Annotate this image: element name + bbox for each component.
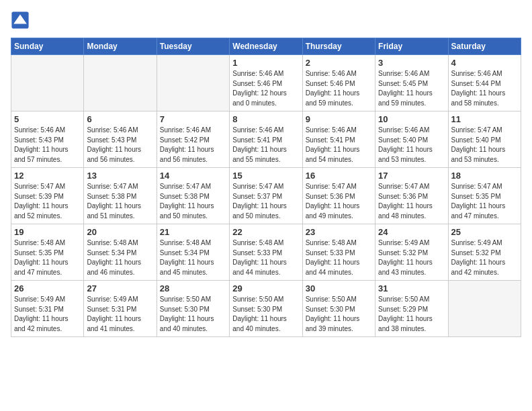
day-cell: 13Sunrise: 5:47 AMSunset: 5:38 PMDayligh… xyxy=(84,168,157,224)
day-number: 28 xyxy=(160,283,226,293)
day-info: Sunrise: 5:48 AMSunset: 5:35 PMDaylight:… xyxy=(14,238,81,277)
day-number: 13 xyxy=(87,171,153,181)
day-info: Sunrise: 5:48 AMSunset: 5:34 PMDaylight:… xyxy=(160,238,226,277)
day-number: 31 xyxy=(378,283,445,293)
col-header-monday: Monday xyxy=(84,38,157,55)
day-number: 10 xyxy=(378,114,445,124)
day-cell: 6Sunrise: 5:46 AMSunset: 5:43 PMDaylight… xyxy=(84,111,157,168)
day-number: 1 xyxy=(232,58,299,68)
day-cell: 20Sunrise: 5:48 AMSunset: 5:34 PMDayligh… xyxy=(84,224,157,281)
day-number: 9 xyxy=(306,114,372,124)
day-info: Sunrise: 5:47 AMSunset: 5:39 PMDaylight:… xyxy=(14,182,81,221)
day-info: Sunrise: 5:46 AMSunset: 5:43 PMDaylight:… xyxy=(14,126,81,165)
day-info: Sunrise: 5:47 AMSunset: 5:38 PMDaylight:… xyxy=(87,182,153,221)
day-info: Sunrise: 5:50 AMSunset: 5:30 PMDaylight:… xyxy=(160,295,226,334)
col-header-friday: Friday xyxy=(375,38,448,55)
day-cell: 9Sunrise: 5:46 AMSunset: 5:41 PMDaylight… xyxy=(302,111,375,168)
day-cell: 23Sunrise: 5:48 AMSunset: 5:33 PMDayligh… xyxy=(302,224,375,281)
day-cell: 1Sunrise: 5:46 AMSunset: 5:46 PMDaylight… xyxy=(230,55,302,111)
day-info: Sunrise: 5:50 AMSunset: 5:30 PMDaylight:… xyxy=(232,295,299,334)
day-cell: 3Sunrise: 5:46 AMSunset: 5:45 PMDaylight… xyxy=(375,55,448,111)
day-number: 16 xyxy=(306,171,372,181)
day-cell: 28Sunrise: 5:50 AMSunset: 5:30 PMDayligh… xyxy=(157,281,229,337)
day-info: Sunrise: 5:50 AMSunset: 5:30 PMDaylight:… xyxy=(306,295,372,334)
week-row-2: 12Sunrise: 5:47 AMSunset: 5:39 PMDayligh… xyxy=(11,168,521,224)
day-number: 27 xyxy=(87,283,153,293)
day-cell: 16Sunrise: 5:47 AMSunset: 5:36 PMDayligh… xyxy=(302,168,375,224)
day-cell: 24Sunrise: 5:49 AMSunset: 5:32 PMDayligh… xyxy=(375,224,448,281)
day-cell: 27Sunrise: 5:49 AMSunset: 5:31 PMDayligh… xyxy=(84,281,157,337)
day-info: Sunrise: 5:46 AMSunset: 5:46 PMDaylight:… xyxy=(232,69,299,108)
day-cell xyxy=(157,55,229,111)
day-number: 19 xyxy=(14,227,81,237)
day-info: Sunrise: 5:46 AMSunset: 5:41 PMDaylight:… xyxy=(306,126,372,165)
day-info: Sunrise: 5:49 AMSunset: 5:32 PMDaylight:… xyxy=(451,238,518,277)
day-number: 23 xyxy=(306,227,372,237)
day-info: Sunrise: 5:48 AMSunset: 5:34 PMDaylight:… xyxy=(87,238,153,277)
day-cell: 2Sunrise: 5:46 AMSunset: 5:46 PMDaylight… xyxy=(302,55,375,111)
day-info: Sunrise: 5:47 AMSunset: 5:35 PMDaylight:… xyxy=(451,182,518,221)
day-number: 14 xyxy=(160,171,226,181)
day-info: Sunrise: 5:49 AMSunset: 5:32 PMDaylight:… xyxy=(378,238,445,277)
logo-icon xyxy=(11,11,30,30)
day-number: 26 xyxy=(14,283,81,293)
page-header xyxy=(11,11,521,30)
week-row-1: 5Sunrise: 5:46 AMSunset: 5:43 PMDaylight… xyxy=(11,111,521,168)
day-cell: 18Sunrise: 5:47 AMSunset: 5:35 PMDayligh… xyxy=(448,168,521,224)
week-row-3: 19Sunrise: 5:48 AMSunset: 5:35 PMDayligh… xyxy=(11,224,521,281)
day-info: Sunrise: 5:50 AMSunset: 5:29 PMDaylight:… xyxy=(378,295,445,334)
day-number: 30 xyxy=(306,283,372,293)
day-info: Sunrise: 5:46 AMSunset: 5:46 PMDaylight:… xyxy=(306,69,372,108)
logo xyxy=(11,11,32,30)
day-cell: 30Sunrise: 5:50 AMSunset: 5:30 PMDayligh… xyxy=(302,281,375,337)
day-info: Sunrise: 5:46 AMSunset: 5:40 PMDaylight:… xyxy=(378,126,445,165)
day-cell: 7Sunrise: 5:46 AMSunset: 5:42 PMDaylight… xyxy=(157,111,229,168)
day-number: 22 xyxy=(232,227,299,237)
day-info: Sunrise: 5:46 AMSunset: 5:44 PMDaylight:… xyxy=(451,69,518,108)
day-info: Sunrise: 5:48 AMSunset: 5:33 PMDaylight:… xyxy=(306,238,372,277)
calendar-table: SundayMondayTuesdayWednesdayThursdayFrid… xyxy=(11,38,521,337)
day-number: 17 xyxy=(378,171,445,181)
day-cell: 29Sunrise: 5:50 AMSunset: 5:30 PMDayligh… xyxy=(230,281,302,337)
col-header-saturday: Saturday xyxy=(448,38,521,55)
day-info: Sunrise: 5:47 AMSunset: 5:37 PMDaylight:… xyxy=(232,182,299,221)
day-cell: 31Sunrise: 5:50 AMSunset: 5:29 PMDayligh… xyxy=(375,281,448,337)
day-cell: 4Sunrise: 5:46 AMSunset: 5:44 PMDaylight… xyxy=(448,55,521,111)
day-cell: 8Sunrise: 5:46 AMSunset: 5:41 PMDaylight… xyxy=(230,111,302,168)
day-number: 3 xyxy=(378,58,445,68)
day-info: Sunrise: 5:47 AMSunset: 5:36 PMDaylight:… xyxy=(378,182,445,221)
day-info: Sunrise: 5:46 AMSunset: 5:42 PMDaylight:… xyxy=(160,126,226,165)
col-header-tuesday: Tuesday xyxy=(157,38,229,55)
day-info: Sunrise: 5:47 AMSunset: 5:36 PMDaylight:… xyxy=(306,182,372,221)
day-cell: 12Sunrise: 5:47 AMSunset: 5:39 PMDayligh… xyxy=(11,168,84,224)
day-number: 6 xyxy=(87,114,153,124)
day-info: Sunrise: 5:49 AMSunset: 5:31 PMDaylight:… xyxy=(87,295,153,334)
day-cell: 21Sunrise: 5:48 AMSunset: 5:34 PMDayligh… xyxy=(157,224,229,281)
day-cell: 26Sunrise: 5:49 AMSunset: 5:31 PMDayligh… xyxy=(11,281,84,337)
day-cell xyxy=(11,55,84,111)
day-number: 4 xyxy=(451,58,518,68)
day-cell: 17Sunrise: 5:47 AMSunset: 5:36 PMDayligh… xyxy=(375,168,448,224)
day-number: 24 xyxy=(378,227,445,237)
header-row: SundayMondayTuesdayWednesdayThursdayFrid… xyxy=(11,38,521,55)
day-cell: 14Sunrise: 5:47 AMSunset: 5:38 PMDayligh… xyxy=(157,168,229,224)
day-info: Sunrise: 5:47 AMSunset: 5:38 PMDaylight:… xyxy=(160,182,226,221)
day-cell: 5Sunrise: 5:46 AMSunset: 5:43 PMDaylight… xyxy=(11,111,84,168)
day-info: Sunrise: 5:47 AMSunset: 5:40 PMDaylight:… xyxy=(451,126,518,165)
day-number: 25 xyxy=(451,227,518,237)
day-info: Sunrise: 5:49 AMSunset: 5:31 PMDaylight:… xyxy=(14,295,81,334)
day-number: 8 xyxy=(232,114,299,124)
day-cell: 25Sunrise: 5:49 AMSunset: 5:32 PMDayligh… xyxy=(448,224,521,281)
col-header-thursday: Thursday xyxy=(302,38,375,55)
day-number: 5 xyxy=(14,114,81,124)
day-cell: 10Sunrise: 5:46 AMSunset: 5:40 PMDayligh… xyxy=(375,111,448,168)
day-cell: 11Sunrise: 5:47 AMSunset: 5:40 PMDayligh… xyxy=(448,111,521,168)
day-number: 2 xyxy=(306,58,372,68)
day-cell xyxy=(84,55,157,111)
col-header-wednesday: Wednesday xyxy=(230,38,302,55)
week-row-4: 26Sunrise: 5:49 AMSunset: 5:31 PMDayligh… xyxy=(11,281,521,337)
day-number: 18 xyxy=(451,171,518,181)
day-number: 12 xyxy=(14,171,81,181)
day-cell: 22Sunrise: 5:48 AMSunset: 5:33 PMDayligh… xyxy=(230,224,302,281)
day-number: 11 xyxy=(451,114,518,124)
